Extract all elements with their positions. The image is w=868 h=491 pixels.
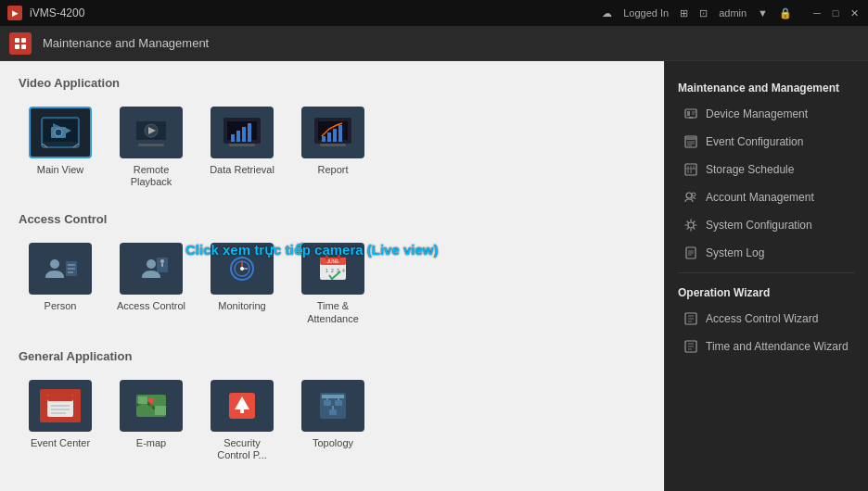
image-icon: ⊡ [699,7,708,19]
security-control-label: Security Control P... [206,437,278,461]
monitoring-icon-box [211,243,274,295]
app-remote-playback[interactable]: Remote Playback [109,101,193,194]
sidebar-item-time-attendance-wizard[interactable]: Time and Attendance Wizard [665,333,868,360]
sidebar-item-access-control-wizard[interactable]: Access Control Wizard [665,305,868,333]
logged-in-label: Logged In [623,7,669,19]
general-app-grid: Event Center [19,374,645,467]
app-time-attendance[interactable]: JUNE 1 2 3 4 Time & Attendance [291,237,375,330]
time-attendance-label: Time & Attendance [297,300,369,324]
app-security-control[interactable]: Security Control P... [200,374,284,467]
sidebar-item-account-management[interactable]: Account Management [665,183,868,211]
system-log-icon [683,246,698,260]
access-control-wizard-icon [683,311,698,326]
access-control-wizard-label: Access Control Wizard [706,312,818,325]
close-button[interactable]: ✕ [848,6,861,19]
app-access-control[interactable]: Access Control [109,237,193,330]
svg-rect-79 [685,109,696,118]
person-label: Person [45,300,77,312]
svg-rect-22 [322,136,326,142]
app-monitoring[interactable]: Monitoring [200,237,284,330]
minimize-button[interactable]: ─ [811,6,823,19]
grid-dot [15,44,19,49]
account-management-label: Account Management [706,191,814,204]
sidebar-section1-title: Maintenance and Management [665,74,868,100]
svg-point-36 [160,259,164,263]
sidebar-item-system-log[interactable]: System Log [665,239,868,267]
svg-rect-18 [248,123,251,142]
account-management-icon [683,190,698,205]
window-controls: ─ □ ✕ [811,6,861,19]
system-configuration-label: System Configuration [706,219,812,232]
app-emap[interactable]: E-map [109,374,193,467]
main-view-label: Main View [37,164,84,176]
app-report[interactable]: Report [291,101,375,194]
sidebar-item-event-configuration[interactable]: Event Configuration [665,128,868,156]
access-control-icon [131,252,172,285]
sidebar-item-storage-schedule[interactable]: Storage Schedule [665,156,868,183]
svg-rect-37 [161,263,163,267]
svg-rect-69 [240,409,244,413]
svg-rect-56 [47,395,73,401]
topology-icon [313,389,353,422]
svg-rect-19 [229,144,255,146]
user-label: admin [719,7,747,19]
toolbar-logo [9,32,32,55]
main-area: Video Application [0,61,868,491]
lock-icon: 🔒 [779,7,792,19]
topology-icon-box [301,380,364,432]
svg-rect-63 [155,406,166,415]
grid-logo [15,38,26,49]
svg-point-94 [686,193,692,198]
svg-rect-73 [324,400,331,406]
sidebar-item-device-management[interactable]: Device Management [665,100,868,128]
person-icon [40,252,81,285]
svg-rect-62 [138,397,147,404]
cloud-icon: ☁ [602,7,612,19]
svg-point-34 [147,259,156,269]
time-attendance-wizard-icon [683,339,698,354]
emap-icon [131,389,172,422]
section-access-control: Access Control [19,212,645,330]
data-retrieval-icon-box [211,107,274,158]
app-main-view[interactable]: Main View [19,101,102,194]
svg-rect-24 [333,129,337,142]
data-retrieval-icon [222,116,262,149]
security-control-icon [222,389,262,422]
report-label: Report [317,164,348,176]
titlebar-left: ▶ iVMS-4200 [7,6,84,20]
section-access-title: Access Control [19,212,645,226]
app-data-retrieval[interactable]: Data Retrieval [200,101,284,194]
system-configuration-icon [683,218,698,233]
app-event-center[interactable]: Event Center [19,374,102,467]
svg-point-28 [50,259,59,269]
device-management-label: Device Management [706,107,808,120]
section-general-title: General Application [19,349,645,363]
main-view-icon [40,116,81,149]
time-attendance-icon: JUNE 1 2 3 4 [313,252,353,285]
access-control-grid: Person Access Control [19,237,645,330]
sidebar: Maintenance and Management Device Manage… [664,61,868,491]
remote-playback-icon-box [120,107,183,158]
maximize-button[interactable]: □ [829,6,842,19]
svg-rect-72 [322,395,344,398]
grid-dot [21,44,26,49]
app-person[interactable]: Person [19,237,102,330]
storage-schedule-icon [683,162,698,177]
svg-rect-12 [138,144,164,146]
dropdown-arrow[interactable]: ▼ [758,7,768,19]
topology-label: Topology [313,437,353,449]
app-topology[interactable]: Topology [291,374,375,467]
grid-icon: ⊞ [680,7,688,19]
time-attendance-icon-box: JUNE 1 2 3 4 [301,243,364,295]
svg-text:1: 1 [326,268,328,273]
emap-icon-box [120,380,183,432]
sidebar-item-system-configuration[interactable]: System Configuration [665,211,868,239]
section-video: Video Application [19,76,645,194]
access-control-label: Access Control [117,300,185,312]
svg-text:2: 2 [331,268,334,273]
monitoring-label: Monitoring [218,300,265,312]
grid-dot [15,38,19,43]
svg-rect-23 [327,132,331,142]
svg-point-95 [692,193,696,196]
storage-schedule-label: Storage Schedule [706,163,794,176]
